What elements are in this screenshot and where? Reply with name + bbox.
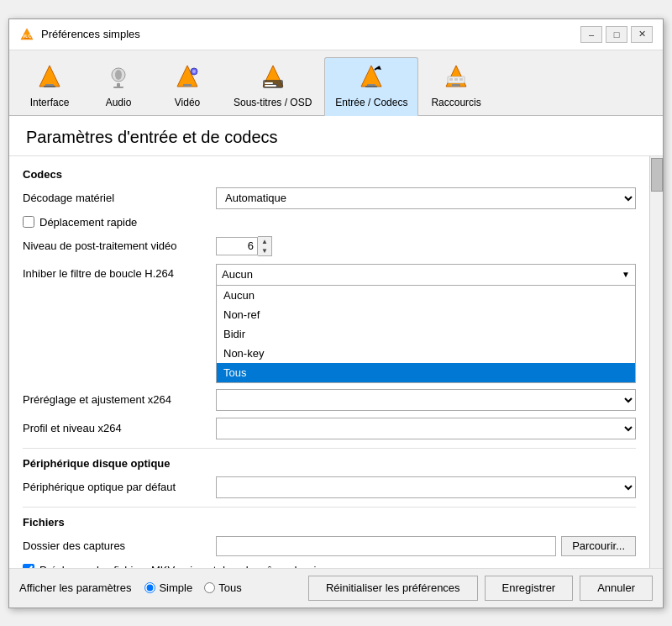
post-traitement-control: ▲ ▼ bbox=[216, 236, 636, 256]
captures-label: Dossier des captures bbox=[23, 539, 216, 552]
svg-rect-21 bbox=[365, 86, 377, 87]
scrollbar-track bbox=[649, 156, 663, 568]
inhiber-dropdown-container: Aucun ▼ Aucun Non-ref Bidir Non-key Tous bbox=[216, 264, 636, 286]
prereglage-label: Préréglage et ajustement x264 bbox=[23, 393, 216, 406]
radio-simple-label[interactable]: Simple bbox=[159, 581, 192, 594]
decodage-row: Décodage matériel Automatique Désactiver… bbox=[23, 187, 636, 209]
svg-point-7 bbox=[115, 70, 122, 80]
inhiber-selected-value: Aucun bbox=[222, 268, 253, 281]
input-icon bbox=[356, 63, 386, 93]
content-area: Codecs Décodage matériel Automatique Dés… bbox=[9, 156, 663, 568]
decodage-label: Décodage matériel bbox=[23, 192, 216, 204]
decodage-select[interactable]: Automatique Désactiver Activer bbox=[216, 187, 636, 209]
captures-input[interactable] bbox=[216, 536, 556, 556]
prereglage-row: Préréglage et ajustement x264 bbox=[23, 389, 636, 411]
title-bar: VLC Préférences simples – □ ✕ bbox=[9, 19, 663, 50]
captures-row: Dossier des captures Parcourir... bbox=[23, 535, 636, 557]
footer-display-label: Afficher les paramètres bbox=[19, 581, 131, 594]
svg-rect-17 bbox=[265, 82, 273, 84]
inhiber-row: Inhiber le filtre de boucle H.264 Aucun … bbox=[23, 264, 636, 286]
tab-input-label: Entrée / Codecs bbox=[335, 97, 407, 108]
dropdown-item-aucun[interactable]: Aucun bbox=[217, 286, 635, 305]
tab-shortcuts-label: Raccourcis bbox=[431, 97, 480, 108]
spinner-wrap: ▲ ▼ bbox=[216, 236, 636, 256]
title-bar-controls: – □ ✕ bbox=[580, 26, 653, 43]
svg-text:VLC: VLC bbox=[23, 34, 31, 39]
deplacement-label[interactable]: Déplacement rapide bbox=[39, 216, 137, 229]
inhiber-dropdown-selected[interactable]: Aucun ▼ bbox=[216, 264, 636, 286]
maximize-button[interactable]: □ bbox=[606, 26, 627, 43]
decodage-control: Automatique Désactiver Activer bbox=[216, 187, 636, 209]
spinner-up[interactable]: ▲ bbox=[258, 237, 271, 246]
svg-rect-27 bbox=[449, 78, 453, 81]
dropdown-item-nonref[interactable]: Non-ref bbox=[217, 305, 635, 324]
page-title: Paramètres d'entrée et de codecs bbox=[9, 116, 663, 156]
radio-tous[interactable]: Tous bbox=[204, 581, 241, 594]
tab-interface[interactable]: Interface bbox=[16, 57, 83, 115]
codecs-section-label: Codecs bbox=[23, 168, 636, 181]
save-button[interactable]: Enregistrer bbox=[485, 576, 574, 601]
mkv-checkbox[interactable] bbox=[23, 564, 34, 568]
post-traitement-input[interactable] bbox=[216, 237, 258, 255]
tab-input[interactable]: Entrée / Codecs bbox=[324, 57, 418, 116]
radio-simple-input[interactable] bbox=[144, 582, 155, 593]
audio-icon bbox=[103, 63, 134, 93]
footer-actions: Réinitialiser les préférences Enregistre… bbox=[308, 576, 653, 601]
optical-row: Périphérique optique par défaut bbox=[23, 476, 636, 498]
shortcuts-icon bbox=[441, 63, 471, 93]
deplacement-checkbox[interactable] bbox=[23, 216, 34, 228]
radio-simple[interactable]: Simple bbox=[144, 581, 192, 594]
tab-subtitles-label: Sous-titres / OSD bbox=[234, 97, 312, 108]
tab-audio-label: Audio bbox=[106, 97, 132, 108]
tab-shortcuts[interactable]: Raccourcis bbox=[420, 57, 491, 115]
tab-video[interactable]: Vidéo bbox=[154, 57, 221, 115]
dropdown-item-nonkey[interactable]: Non-key bbox=[217, 344, 635, 363]
profil-control bbox=[216, 418, 636, 439]
main-content: Codecs Décodage matériel Automatique Dés… bbox=[9, 156, 649, 568]
spinner-buttons: ▲ ▼ bbox=[258, 236, 272, 256]
files-section-label: Fichiers bbox=[23, 516, 636, 529]
optical-control bbox=[216, 476, 636, 498]
footer-bar: Afficher les paramètres Simple Tous Réin… bbox=[9, 568, 663, 608]
radio-tous-input[interactable] bbox=[204, 582, 215, 593]
inhiber-dropdown-arrow: ▼ bbox=[622, 270, 630, 279]
optical-section-label: Périphérique disque optique bbox=[23, 457, 636, 470]
svg-point-13 bbox=[192, 70, 196, 73]
mkv-label[interactable]: Précharger les fichiers MKV qui sont dan… bbox=[39, 564, 326, 568]
radio-tous-label[interactable]: Tous bbox=[218, 581, 241, 594]
dropdown-item-bidir[interactable]: Bidir bbox=[217, 324, 635, 344]
dropdown-item-tous[interactable]: Tous bbox=[217, 363, 635, 382]
reset-button[interactable]: Réinitialiser les préférences bbox=[308, 576, 478, 601]
mkv-row: Précharger les fichiers MKV qui sont dan… bbox=[23, 564, 636, 568]
profil-row: Profil et niveau x264 bbox=[23, 418, 636, 439]
post-traitement-row: Niveau de post-traitement vidéo ▲ ▼ bbox=[23, 235, 636, 257]
preferences-window: VLC Préférences simples – □ ✕ Interface bbox=[8, 18, 664, 608]
browse-button[interactable]: Parcourir... bbox=[561, 536, 636, 556]
svg-rect-11 bbox=[183, 84, 192, 87]
tab-video-label: Vidéo bbox=[175, 97, 200, 108]
scrollbar-thumb[interactable] bbox=[651, 158, 663, 192]
prereglage-select[interactable] bbox=[216, 389, 636, 411]
tab-audio[interactable]: Audio bbox=[85, 57, 152, 115]
svg-rect-28 bbox=[454, 78, 458, 81]
tab-interface-label: Interface bbox=[30, 97, 70, 108]
close-button[interactable]: ✕ bbox=[631, 26, 653, 43]
inhiber-label: Inhiber le filtre de boucle H.264 bbox=[23, 264, 216, 280]
vlc-icon: VLC bbox=[19, 27, 34, 42]
svg-rect-25 bbox=[452, 84, 460, 87]
minimize-button[interactable]: – bbox=[580, 26, 602, 43]
profil-select[interactable] bbox=[216, 418, 636, 439]
cancel-button[interactable]: Annuler bbox=[580, 576, 653, 601]
prereglage-control bbox=[216, 389, 636, 411]
captures-control: Parcourir... bbox=[216, 536, 636, 556]
optical-select[interactable] bbox=[216, 476, 636, 498]
tab-subtitles[interactable]: Sous-titres / OSD bbox=[223, 57, 323, 115]
svg-rect-9 bbox=[113, 87, 123, 88]
subtitles-icon bbox=[258, 63, 288, 93]
video-icon bbox=[172, 63, 202, 93]
spinner-down[interactable]: ▼ bbox=[258, 246, 271, 255]
separator-2 bbox=[23, 507, 636, 508]
title-bar-left: VLC Préférences simples bbox=[19, 27, 140, 42]
separator-1 bbox=[23, 448, 636, 449]
window-title: Préférences simples bbox=[41, 28, 140, 40]
